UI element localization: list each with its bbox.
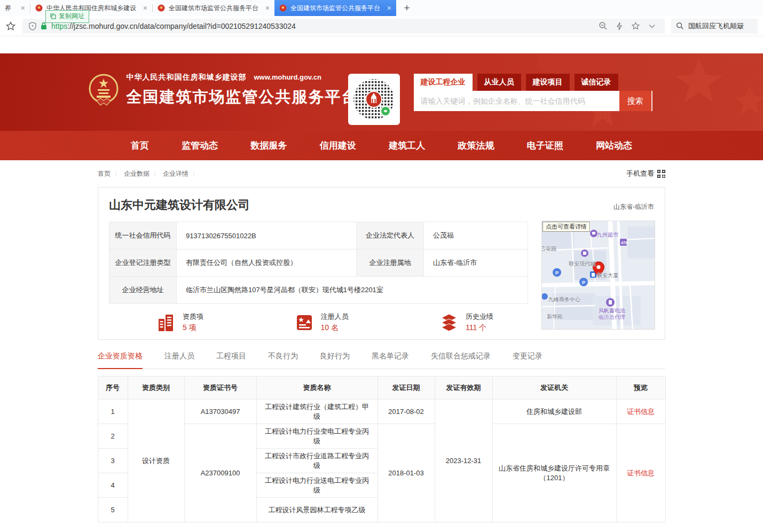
browser-tab-2[interactable]: 全国建筑市场监管公共服务平台 × [153, 0, 274, 16]
nav-item-6[interactable]: 电子证照 [527, 139, 563, 152]
map-place-label: 新华苑 [547, 313, 563, 320]
table-cell: 2018-01-03 [377, 424, 435, 522]
detail-tabs: 企业资质资格注册人员工程项目不良行为良好行为黑名单记录失信联合惩戒记录变更记录 [98, 351, 665, 369]
url-text[interactable]: https://jzsc.mohurd.gov.cn/data/company/… [51, 22, 594, 30]
breadcrumb-link[interactable]: 企业数据 [124, 170, 150, 177]
tab-close-icon[interactable]: × [265, 4, 270, 12]
detail-tab-2[interactable]: 工程项目 [216, 351, 246, 369]
nav-item-1[interactable]: 监管动态 [182, 139, 218, 152]
field-label: 企业法定代表人 [357, 222, 424, 249]
building-icon [156, 312, 176, 333]
shield-icon[interactable] [29, 22, 36, 30]
stat-registered-personnel: 注册人员 10 名 [294, 312, 349, 333]
reader-flash-icon[interactable] [616, 22, 623, 30]
stat-value: 111 个 [466, 323, 493, 333]
map-place-label: 临沂总代理 [599, 314, 625, 321]
ministry-website: www.mohurd.gov.cn [254, 73, 321, 81]
nav-item-5[interactable]: 政策法规 [458, 139, 494, 152]
table-cell: A137030497 [184, 400, 256, 424]
hot-search-box[interactable]: 国航回应飞机颠簸 [671, 19, 758, 34]
detail-tab-3[interactable]: 不良行为 [268, 351, 298, 369]
reg-region-value: 山东省-临沂市 [424, 249, 528, 277]
keyword-search-input[interactable] [414, 91, 619, 111]
detail-tab-0[interactable]: 企业资质资格 [98, 351, 143, 369]
legal-rep-value: 公茂福 [424, 222, 528, 249]
tab-close-icon[interactable]: × [143, 4, 147, 12]
detail-tab-7[interactable]: 变更记录 [513, 351, 542, 369]
table-cell: 4 [98, 473, 128, 498]
location-map[interactable]: ATM P P 点击可查看详情 九州超市己花园联安现代城联安大厦九峰商务中心风帆… [541, 221, 655, 330]
company-stats: 资质项 5 项 注册人员 10 名 [156, 312, 493, 333]
svg-text:P: P [582, 280, 585, 285]
credit-code-value: 91371302675501022B [177, 222, 357, 249]
tab-title: 界 [5, 4, 17, 13]
table-cell: 2023-12-31 [435, 400, 492, 522]
detail-tab-4[interactable]: 良好行为 [320, 351, 350, 369]
table-cell: 1 [98, 400, 128, 424]
nav-item-3[interactable]: 信用建设 [320, 139, 356, 152]
detail-tab-1[interactable]: 注册人员 [164, 351, 194, 369]
search-icon [676, 22, 684, 30]
table-cell: 3 [98, 449, 128, 473]
emblem-favicon [35, 4, 43, 12]
breadcrumb-separator: 〉 [192, 170, 198, 177]
qual-column-header: 预览 [616, 377, 665, 400]
tab-title: 全国建筑市场监管公共服务平台 [169, 4, 262, 13]
favorite-star-icon[interactable] [631, 21, 640, 30]
detail-tab-5[interactable]: 黑名单记录 [372, 351, 409, 369]
chevron-down-icon[interactable] [649, 24, 655, 28]
url-rest: ://jzsc.mohurd.gov.cn/data/company/detai… [67, 22, 295, 30]
mobile-view-button[interactable]: 手机查看 [626, 169, 665, 178]
detail-tab-6[interactable]: 失信联合惩戒记录 [431, 351, 491, 369]
table-row: 企业经营地址 临沂市兰山区陶然路107号星河晶都（联安）现代城1号楼2201室 [109, 277, 528, 304]
new-tab-button[interactable]: + [396, 0, 418, 16]
nav-item-4[interactable]: 建筑工人 [389, 139, 425, 152]
page-top-gap [0, 36, 763, 53]
table-cell: 住房和城乡建设部 [492, 400, 616, 424]
qual-column-header: 发证日期 [377, 377, 435, 400]
browser-tab-bar: 界 × 中华人民共和国住房和城乡建设 × 全国建筑市场监管公共服务平台 × 全国… [0, 0, 763, 16]
emblem-favicon [158, 4, 165, 12]
breadcrumb-link[interactable]: 首页 [98, 170, 111, 177]
map-place-label: 己花园 [541, 245, 556, 253]
table-cell: 工程设计电力行业变电工程专业丙级 [256, 424, 377, 449]
nav-item-2[interactable]: 数据服务 [251, 139, 287, 152]
cert-info-link[interactable]: 证书信息 [627, 469, 655, 477]
search-tab-3[interactable]: 诚信记录 [575, 74, 618, 91]
breadcrumb-separator: 〉 [114, 170, 120, 177]
national-emblem-logo [88, 73, 119, 107]
url-field[interactable]: https://jzsc.mohurd.gov.cn/data/company/… [22, 19, 665, 34]
table-cell: 2017-08-02 [377, 400, 435, 424]
tab-close-icon[interactable]: × [387, 4, 391, 12]
stat-label: 历史业绩 [466, 312, 493, 322]
search-tab-1[interactable]: 从业人员 [477, 74, 521, 91]
browser-tab-0[interactable]: 界 × [0, 0, 30, 16]
map-place-label: 九峰商务中心 [548, 296, 580, 303]
nav-item-0[interactable]: 首页 [131, 139, 149, 152]
reg-type-value: 有限责任公司（自然人投资或控股） [177, 249, 357, 277]
browser-tab-active[interactable]: 全国建筑市场监管公共服务平台 × [274, 0, 396, 16]
site-header: 中华人民共和国住房和城乡建设部www.mohurd.gov.cn 全国建筑市场监… [0, 53, 763, 131]
search-tab-0[interactable]: 建设工程企业 [414, 74, 473, 91]
breadcrumb-separator: 〉 [153, 170, 159, 177]
qual-column-header: 资质类别 [128, 377, 184, 400]
emblem-favicon [279, 4, 287, 12]
tab-close-icon[interactable]: × [21, 4, 25, 12]
search-button[interactable]: 搜索 [619, 91, 652, 111]
qual-table-body: 1设计资质A137030497工程设计建筑行业（建筑工程）甲级2017-08-0… [98, 400, 665, 522]
qual-column-header: 序号 [98, 377, 128, 400]
nav-item-7[interactable]: 网站动态 [596, 139, 632, 152]
cert-info-link[interactable]: 证书信息 [627, 408, 655, 416]
bookmark-star-icon[interactable] [5, 21, 16, 32]
tab-title: 全国建筑市场监管公共服务平台 [290, 4, 383, 13]
field-label: 企业经营地址 [109, 277, 177, 304]
search-category-tabs: 建设工程企业从业人员建设项目诚信记录 [414, 74, 652, 91]
copy-url-tooltip[interactable]: 复制网址 [45, 10, 89, 23]
search-tab-2[interactable]: 建设项目 [526, 74, 570, 91]
mobile-view-label: 手机查看 [626, 169, 654, 178]
field-label: 统一社会信用代码 [109, 222, 177, 249]
zoom-out-icon[interactable] [599, 21, 608, 30]
qual-column-header: 资质名称 [256, 377, 377, 400]
breadcrumb-link[interactable]: 企业详情 [163, 170, 188, 177]
ministry-name: 中华人民共和国住房和城乡建设部 [127, 73, 247, 81]
